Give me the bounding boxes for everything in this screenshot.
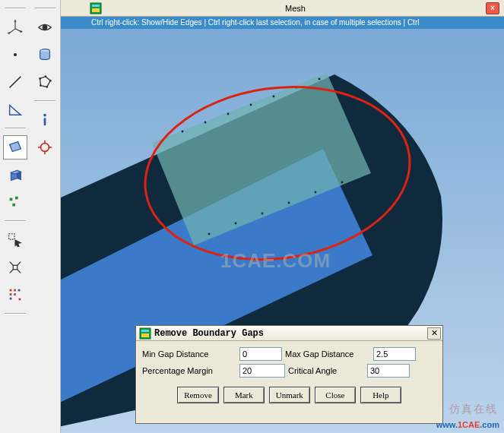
svg-rect-17	[17, 289, 20, 292]
svg-point-26	[40, 84, 42, 87]
svg-point-46	[235, 223, 237, 225]
svg-point-23	[45, 75, 47, 77]
rotate-axes-icon[interactable]	[3, 15, 27, 40]
toolbar-col-1	[0, 0, 30, 433]
svg-line-1	[9, 77, 21, 88]
dialog-close-icon[interactable]: ✕	[427, 327, 441, 340]
min-gap-input[interactable]	[239, 347, 282, 361]
hint-bar: Ctrl right-click: Show/Hide Edges | Ctrl…	[61, 17, 504, 29]
line-icon[interactable]	[3, 70, 27, 94]
svg-point-40	[227, 113, 230, 115]
max-gap-input[interactable]	[373, 347, 416, 361]
svg-rect-53	[141, 330, 149, 332]
svg-point-49	[315, 191, 317, 194]
pct-margin-label: Percentage Margin	[142, 366, 239, 375]
svg-rect-10	[9, 234, 14, 239]
svg-point-27	[43, 114, 46, 117]
svg-rect-13	[14, 289, 16, 292]
remove-button[interactable]: Remove	[177, 387, 219, 403]
unmark-button[interactable]: Unmark	[269, 387, 310, 403]
dialog-title: Remove Boundary Gaps	[154, 328, 427, 339]
svg-point-38	[182, 131, 184, 133]
close-icon[interactable]: ×	[486, 2, 499, 14]
svg-point-48	[288, 202, 290, 204]
triangle-icon[interactable]	[3, 97, 27, 122]
svg-point-19	[43, 25, 48, 30]
watermark-url: www.1CAE.com	[436, 419, 499, 430]
toolbar-separator	[5, 313, 26, 314]
info-icon[interactable]	[33, 108, 57, 132]
svg-rect-18	[9, 298, 11, 300]
svg-point-39	[204, 122, 207, 124]
svg-rect-16	[18, 299, 21, 301]
svg-point-42	[273, 96, 275, 98]
svg-marker-3	[9, 142, 21, 152]
svg-rect-35	[92, 5, 100, 7]
svg-rect-9	[12, 204, 15, 207]
svg-rect-7	[9, 198, 12, 201]
pct-margin-input[interactable]	[239, 364, 285, 378]
help-button[interactable]: Help	[360, 387, 401, 403]
svg-rect-28	[44, 118, 46, 125]
dialog-titlebar[interactable]: Remove Boundary Gaps ✕	[136, 326, 442, 341]
nodes-grid-icon[interactable]	[3, 283, 27, 307]
min-gap-label: Min Gap Distance	[142, 349, 239, 359]
dialog-icon	[139, 327, 151, 340]
toolbar-separator	[34, 8, 55, 9]
panel-title: Mesh	[105, 4, 486, 13]
target-icon[interactable]	[33, 135, 57, 160]
cylinder-icon[interactable]	[33, 43, 57, 67]
svg-point-22	[39, 77, 41, 80]
svg-point-29	[41, 144, 49, 152]
svg-rect-8	[15, 197, 18, 200]
svg-point-44	[319, 78, 321, 81]
polygon-outline-icon[interactable]	[33, 70, 57, 94]
expand-arrows-icon[interactable]	[3, 255, 27, 280]
svg-point-0	[14, 53, 17, 56]
left-toolbars	[0, 0, 61, 433]
watermark-cn: 仿真在线	[449, 403, 498, 416]
max-gap-label: Max Gap Distance	[285, 349, 373, 359]
dialog-body: Min Gap Distance Max Gap Distance Percen…	[136, 341, 442, 403]
eye-icon[interactable]	[33, 15, 57, 40]
toolbar-separator	[5, 220, 26, 222]
svg-point-45	[208, 233, 211, 235]
svg-rect-12	[9, 289, 11, 292]
svg-point-24	[49, 80, 52, 82]
svg-point-47	[262, 213, 264, 215]
svg-rect-15	[14, 293, 16, 296]
toolbar-separator	[5, 128, 26, 129]
svg-point-25	[46, 86, 49, 88]
solid-box-icon[interactable]	[3, 163, 27, 187]
mark-button[interactable]: Mark	[223, 387, 265, 403]
dialog-remove-boundary-gaps: Remove Boundary Gaps ✕ Min Gap Distance …	[135, 325, 443, 424]
app-icon	[90, 2, 102, 14]
svg-point-50	[341, 182, 344, 184]
svg-marker-2	[9, 106, 21, 115]
toolbar-separator	[5, 8, 26, 9]
svg-point-41	[250, 104, 252, 106]
svg-rect-11	[13, 265, 17, 270]
svg-rect-14	[9, 293, 11, 296]
close-button[interactable]: Close	[315, 387, 356, 403]
crit-angle-label: Critical Angle	[288, 366, 367, 375]
app-root: Mesh × Ctrl right-click: Show/Hide Edges…	[0, 0, 504, 433]
pattern-icon[interactable]	[3, 190, 27, 214]
svg-rect-54	[141, 333, 149, 337]
svg-rect-36	[92, 8, 100, 12]
crit-angle-input[interactable]	[367, 364, 410, 378]
panel-titlebar: Mesh ×	[61, 0, 504, 17]
toolbar-col-2	[30, 0, 61, 433]
select-cursor-icon[interactable]	[3, 228, 27, 252]
toolbar-separator	[34, 100, 55, 102]
point-icon[interactable]	[3, 43, 27, 67]
face-select-icon[interactable]	[3, 135, 27, 160]
